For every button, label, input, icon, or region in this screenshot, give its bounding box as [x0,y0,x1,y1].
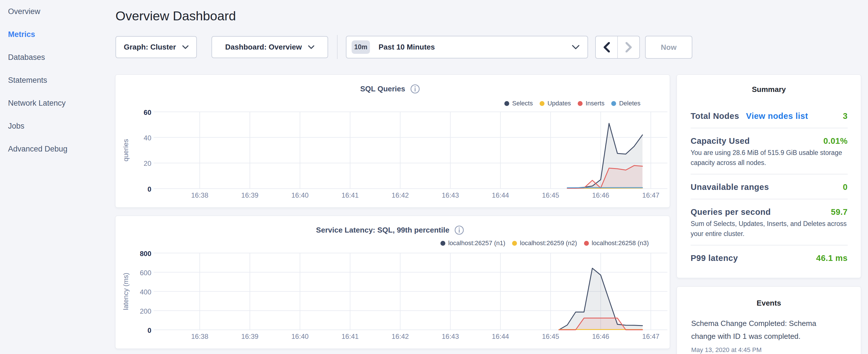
page-title: Overview Dashboard [116,9,236,23]
summary-row: Total NodesView nodes list3 [691,103,848,128]
time-range-selector[interactable]: 10m Past 10 Minutes [346,36,588,58]
event-timestamp: May 13, 2020 at 4:45 PM [691,346,829,354]
events-title: Events [677,299,861,308]
x-tick-label: 16:45 [542,191,559,199]
chevron-right-icon [626,42,632,53]
summary-row-label: Unavailable ranges [691,181,769,193]
sidebar-item-advanced-debug[interactable]: Advanced Debug [0,137,115,160]
x-tick-label: 16:43 [442,191,459,199]
summary-row-value: 46.1 ms [816,252,848,264]
x-tick-label: 16:39 [241,191,258,199]
summary-row: Unavailable ranges0 [691,174,848,199]
summary-row-value: 0.01% [823,135,848,147]
x-tick-label: 16:42 [392,191,409,199]
events-panel: Events Schema Change Completed: Schema c… [677,286,861,354]
summary-row-value: 0 [843,181,848,193]
series-line [567,188,643,188]
next-range-button[interactable] [617,36,639,58]
summary-title: Summary [677,85,861,94]
y-tick-label: 0 [148,185,151,193]
y-tick-label: 40 [144,134,151,142]
x-tick-label: 16:38 [191,191,208,199]
chart-card-service-latency: Service Latency: SQL, 99th percentileloc… [115,216,670,349]
x-tick-label: 16:44 [492,332,509,340]
x-tick-label: 16:46 [592,332,609,340]
x-tick-label: 16:39 [241,332,258,340]
dashboard-dropdown[interactable]: Dashboard: Overview [212,36,328,58]
time-pager [595,36,640,59]
summary-panel: Summary Total NodesView nodes list3Capac… [677,74,861,278]
summary-row-label: Queries per second [691,206,771,218]
toolbar-divider [337,35,338,59]
chart-plot: 020040060080016:3816:3916:4016:4116:4216… [116,216,670,349]
sidebar-item-jobs[interactable]: Jobs [0,115,115,137]
chart-plot: 020406016:3816:3916:4016:4116:4216:4316:… [116,75,670,207]
summary-row-label: Capacity Used [691,135,750,147]
chevron-down-icon [572,45,580,50]
x-tick-label: 16:38 [191,332,208,340]
sidebar-item-metrics[interactable]: Metrics [0,23,115,46]
event-list: Schema Change Completed: Schema change w… [691,317,829,354]
sidebar-item-statements[interactable]: Statements [0,69,115,92]
y-tick-label: 0 [148,326,151,334]
summary-row: Capacity Used0.01%You are using 28.6 MiB… [691,128,848,174]
x-tick-label: 16:41 [342,332,359,340]
event-item[interactable]: Schema Change Completed: Schema change w… [691,317,829,354]
chevron-down-icon [182,45,189,49]
now-button[interactable]: Now [645,36,692,59]
x-tick-label: 16:41 [342,191,359,199]
x-tick-label: 16:40 [291,191,309,199]
summary-row-value: 3 [843,110,848,122]
y-tick-label: 400 [140,288,151,296]
y-tick-label: 800 [140,250,151,257]
summary-row: P99 latency46.1 ms [691,246,848,270]
y-tick-label: 200 [140,307,151,315]
sidebar-item-databases[interactable]: Databases [0,46,115,69]
dashboard-dropdown-label: Dashboard: Overview [225,43,302,52]
prev-range-button[interactable] [596,36,617,58]
sidebar: OverviewMetricsDatabasesStatementsNetwor… [0,0,115,354]
graph-dropdown-label: Graph: Cluster [124,43,176,52]
x-tick-label: 16:43 [442,332,459,340]
view-nodes-list-link[interactable]: View nodes list [746,110,808,122]
summary-row-description: You are using 28.6 MiB of 515.9 GiB usab… [691,148,848,168]
x-tick-label: 16:47 [642,332,659,340]
y-tick-label: 60 [144,108,151,116]
x-tick-label: 16:46 [592,191,609,199]
summary-row-label: P99 latency [691,252,738,264]
summary-rows: Total NodesView nodes list3Capacity Used… [691,103,848,270]
time-range-label: Past 10 Minutes [378,43,435,52]
event-message: Schema Change Completed: Schema change w… [691,317,829,343]
y-axis-title: queries [122,139,129,162]
x-tick-label: 16:44 [492,191,509,199]
x-tick-label: 16:42 [392,332,409,340]
x-tick-label: 16:40 [291,332,309,340]
time-range-badge: 10m [351,40,370,54]
summary-row-value: 59.7 [831,206,848,218]
summary-row: Queries per second59.7Sum of Selects, Up… [691,199,848,246]
chart-card-sql-queries: SQL QueriesSelectsUpdatesInsertsDeletes0… [115,74,670,207]
sidebar-nav-list: OverviewMetricsDatabasesStatementsNetwor… [0,0,115,160]
y-tick-label: 600 [140,269,151,277]
y-tick-label: 20 [144,160,151,167]
x-tick-label: 16:47 [642,191,659,199]
graph-dropdown[interactable]: Graph: Cluster [116,36,197,58]
chevron-left-icon [603,42,610,53]
summary-row-description: Sum of Selects, Updates, Inserts, and De… [691,219,848,239]
summary-row-label: Total Nodes [691,110,739,122]
sidebar-item-overview[interactable]: Overview [0,0,115,23]
chevron-down-icon [308,45,314,49]
sidebar-item-network-latency[interactable]: Network Latency [0,92,115,115]
x-tick-label: 16:45 [542,332,559,340]
y-axis-title: latency (ms) [122,273,129,310]
